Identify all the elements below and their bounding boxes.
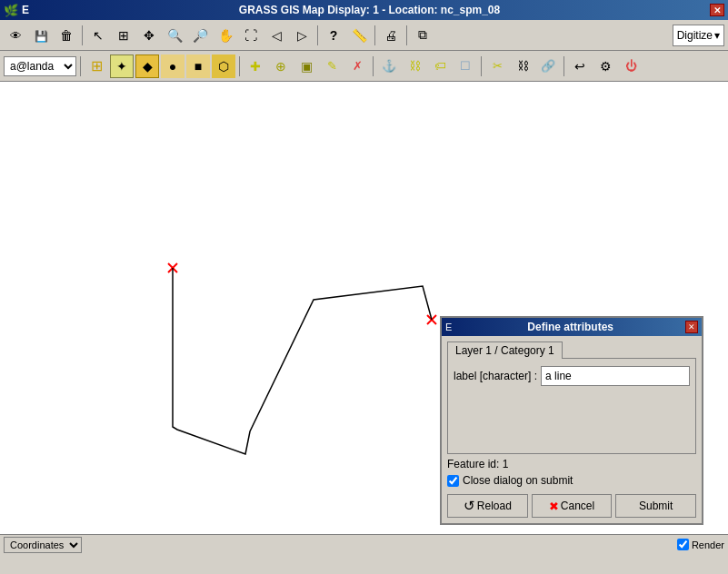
layer-select[interactable]: a@landa (4, 56, 76, 76)
digi-square-button[interactable]: ■ (186, 54, 210, 78)
window-close-button[interactable]: ✕ (710, 4, 724, 16)
digi-pen-button[interactable]: ✎ (320, 54, 344, 78)
cursor-icon: ↖ (93, 28, 104, 43)
statusbar: Coordinates Render (0, 534, 728, 554)
save-icon (35, 28, 48, 43)
digi-target-icon: ⊕ (275, 59, 286, 74)
digi-xmark-button[interactable]: ✗ (345, 54, 369, 78)
digi-circle-button[interactable]: ● (161, 54, 184, 78)
overlay-button[interactable]: ⧉ (411, 24, 434, 47)
status-right: Render (677, 539, 724, 550)
digi-grid-button[interactable]: ⊞ (85, 54, 108, 78)
digi-scissors-button[interactable]: ✂ (485, 54, 509, 78)
zoom-prev-icon: ◁ (272, 28, 282, 43)
digi-diamond-button[interactable]: ◆ (135, 54, 159, 78)
digi-target-button[interactable]: ⊕ (269, 54, 293, 78)
dialog-close-button[interactable]: ✕ (685, 321, 698, 333)
coordinates-select[interactable]: Coordinates (4, 537, 82, 553)
toolbar-row-2: a@landa ⊞ ✦ ◆ ● ■ ⬡ ✚ ⊕ ▣ ✎ ✗ ⚓ ⛓ 🏷 ☐ ✂ … (0, 51, 728, 82)
zoom-next-button[interactable]: ▷ (290, 24, 314, 47)
eye-button[interactable] (4, 24, 27, 47)
digi-hex-icon: ⬡ (218, 59, 229, 74)
zoom-out-icon: 🔎 (193, 28, 208, 43)
field-label: label [character] : (454, 370, 537, 382)
render-checkbox[interactable] (677, 539, 689, 550)
submit-label: Submit (639, 500, 673, 512)
digi-star-icon: ✦ (116, 59, 127, 74)
submit-button[interactable]: Submit (615, 494, 696, 518)
digi-pen-icon: ✎ (327, 59, 337, 73)
reload-button[interactable]: ↺ Reload (447, 494, 528, 518)
digi-tag-button[interactable]: 🏷 (428, 54, 452, 78)
digi-power-icon: ⏻ (625, 59, 637, 73)
move-icon: ✥ (144, 28, 155, 43)
dialog-titlebar: E Define attributes ✕ (442, 318, 702, 336)
close-dialog-checkbox[interactable] (447, 475, 459, 487)
overlay-icon: ⧉ (418, 27, 427, 43)
digi-undo-button[interactable]: ↩ (568, 54, 592, 78)
dialog-body: Layer 1 / Category 1 label [character] :… (442, 336, 702, 523)
measure-icon: 📏 (352, 28, 367, 43)
dialog-tab-area: label [character] : (447, 358, 696, 454)
digi-editbox-button[interactable]: ☐ (454, 54, 477, 78)
save-button[interactable] (29, 24, 53, 47)
zoom-in-icon: 🔍 (167, 28, 183, 43)
toolbar-row-1: 🗑 ↖ ⊞ ✥ 🔍 🔎 ✋ ⛶ ◁ ▷ ? 📏 🖨 ⧉ Digitize ▾ (0, 20, 728, 51)
digi-star-button[interactable]: ✦ (110, 54, 134, 78)
digi-xmark-icon: ✗ (353, 59, 363, 73)
digi-tag-icon: 🏷 (434, 59, 446, 73)
cancel-button[interactable]: ✖ Cancel (532, 494, 613, 518)
digi-hex-button[interactable]: ⬡ (212, 54, 235, 78)
digi-settings-button[interactable]: ⚙ (593, 54, 617, 78)
define-attributes-dialog: E Define attributes ✕ Layer 1 / Category… (440, 316, 703, 525)
copy-button[interactable]: ⊞ (112, 24, 135, 47)
clear-icon: 🗑 (60, 28, 73, 43)
map-canvas[interactable]: E Define attributes ✕ Layer 1 / Category… (0, 82, 728, 534)
digi-circle-icon: ● (169, 59, 176, 74)
digi-chain-button[interactable]: ⛓ (511, 54, 534, 78)
digi-anchor-icon: ⚓ (382, 59, 396, 73)
pan-icon: ✋ (218, 28, 234, 43)
digitize-dropdown[interactable]: Digitize ▾ (673, 25, 724, 46)
digi-diamond-icon: ◆ (143, 59, 153, 74)
digi-scissors-icon: ✂ (493, 59, 503, 73)
digi-box-button[interactable]: ▣ (294, 54, 318, 78)
measure-button[interactable]: 📏 (347, 24, 371, 47)
extent-button[interactable]: ⛶ (239, 24, 263, 47)
separator-2 (317, 25, 318, 45)
move-button[interactable]: ✥ (137, 24, 161, 47)
digi-anchor-button[interactable]: ⚓ (377, 54, 401, 78)
print-icon: 🖨 (384, 28, 397, 43)
window-title: GRASS GIS Map Display: 1 - Location: nc_… (29, 4, 710, 16)
grass-icon: 🌿 (4, 4, 18, 17)
print-button[interactable]: 🖨 (379, 24, 403, 47)
digi-editbox-icon: ☐ (460, 59, 471, 73)
dialog-tab[interactable]: Layer 1 / Category 1 (447, 341, 563, 359)
pan-button[interactable]: ✋ (214, 24, 237, 47)
extent-icon: ⛶ (244, 28, 257, 43)
dialog-icon-e: E (445, 322, 452, 332)
window-icon-e: E (22, 4, 29, 16)
dialog-buttons: ↺ Reload ✖ Cancel Submit (447, 494, 696, 518)
digi-power-button[interactable]: ⏻ (619, 54, 643, 78)
digi-link-button[interactable]: ⛓ (403, 54, 426, 78)
cursor-button[interactable]: ↖ (86, 24, 110, 47)
copy-icon: ⊞ (118, 28, 129, 43)
zoom-out-button[interactable]: 🔎 (188, 24, 212, 47)
separator-5 (80, 56, 81, 76)
zoom-prev-button[interactable]: ◁ (264, 24, 288, 47)
zoom-in-button[interactable]: 🔍 (163, 24, 186, 47)
label-input[interactable] (541, 366, 690, 386)
query-button[interactable]: ? (322, 24, 345, 47)
render-row: Render (677, 539, 724, 550)
digi-connect-button[interactable]: 🔗 (536, 54, 560, 78)
close-dialog-label: Close dialog on submit (463, 474, 573, 487)
cancel-label: Cancel (561, 500, 594, 512)
clear-button[interactable]: 🗑 (55, 24, 78, 47)
digi-chain-icon: ⛓ (517, 59, 529, 73)
digi-link-icon: ⛓ (409, 59, 421, 73)
separator-1 (82, 25, 83, 45)
digi-undo-icon: ↩ (574, 59, 585, 74)
digi-cross-button[interactable]: ✚ (244, 54, 267, 78)
separator-7 (373, 56, 374, 76)
